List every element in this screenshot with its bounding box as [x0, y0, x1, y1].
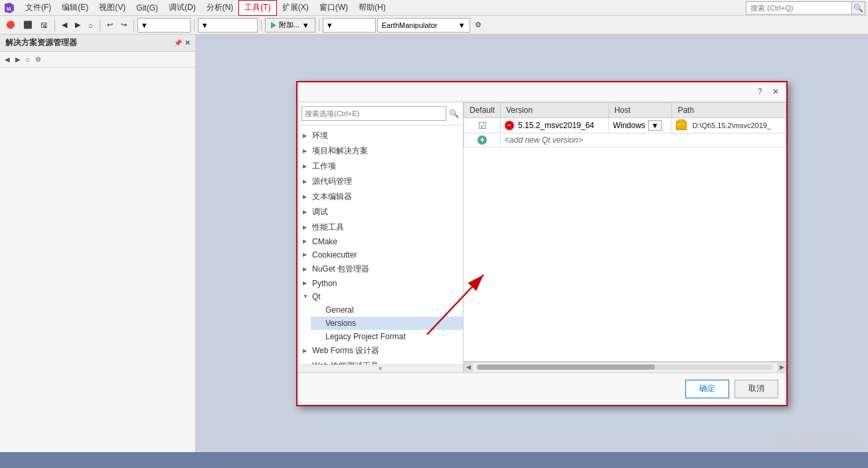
build-dropdown[interactable]: ▼: [198, 18, 258, 33]
default-checkbox[interactable]: ☑: [478, 120, 487, 131]
toolbar-btn-5[interactable]: ▶: [72, 17, 84, 33]
add-icon: +: [477, 135, 487, 145]
col-host: Host: [608, 102, 671, 117]
host-label: Windows: [613, 121, 646, 130]
col-default: Default: [464, 102, 501, 117]
error-icon: −: [505, 121, 514, 130]
tree-item-workitem[interactable]: ▶ 工作项: [298, 159, 463, 174]
dialog-search-input[interactable]: [302, 106, 446, 121]
toolbar-sep-1: [54, 19, 55, 31]
menu-view[interactable]: 视图(V): [94, 0, 131, 16]
qt-version-row[interactable]: ☑ − 5.15.2_msvc2019_64: [464, 117, 786, 133]
main-area: 解决方案资源管理器 📌 ✕ ◀ ▶ ⌂ ⚙ ? ✕: [0, 35, 868, 452]
tree-label-python: Python: [312, 279, 337, 288]
tree-item-webforms[interactable]: ▶ Web Forms 设计器: [298, 343, 463, 358]
options-dialog: ? ✕ 🔍 ▶: [296, 81, 788, 406]
project-dropdown[interactable]: EarthManipulator ▼: [377, 18, 470, 33]
run-dropdown-icon: ▼: [302, 21, 309, 29]
menu-edit[interactable]: 编辑(E): [56, 0, 94, 16]
toolbar-btn-6[interactable]: ⌂: [85, 17, 96, 33]
menu-bar: M 文件(F) 编辑(E) 视图(V) Git(G) 调试(D) 分析(N) 工…: [0, 0, 868, 16]
dialog-help-button[interactable]: ?: [754, 86, 765, 97]
add-qt-version-row[interactable]: + <add new Qt version>: [464, 133, 786, 147]
dialog-left-panel: 🔍 ▶ 环境 ▶ 项目和解决方案: [298, 102, 464, 372]
tree-item-env[interactable]: ▶ 环境: [298, 128, 463, 143]
run-triangle-icon: [271, 22, 276, 29]
tree-arrow-perf: ▶: [303, 224, 309, 230]
dialog-tree[interactable]: ▶ 环境 ▶ 项目和解决方案 ▶ 工作项: [298, 125, 463, 364]
host-cell: Windows ▼: [608, 117, 671, 133]
sidebar-settings-btn[interactable]: ⚙: [33, 55, 43, 64]
scroll-track[interactable]: [477, 364, 773, 370]
add-label-cell[interactable]: <add new Qt version>: [501, 133, 786, 147]
folder-icon: [676, 121, 687, 130]
config-dropdown[interactable]: ▼: [137, 18, 191, 33]
platform-dropdown[interactable]: ▼: [323, 18, 376, 33]
menu-extend[interactable]: 扩展(X): [277, 0, 314, 16]
tree-arrow-versions: [316, 320, 323, 326]
tree-item-general[interactable]: General: [311, 303, 463, 317]
tree-item-cmake[interactable]: ▶ CMake: [298, 235, 463, 248]
tree-arrow-python: ▶: [303, 280, 309, 286]
sidebar-forward-btn[interactable]: ▶: [13, 55, 23, 64]
toolbar-sep-6: [319, 19, 319, 31]
sidebar-pin-icon[interactable]: 📌: [174, 39, 182, 46]
ok-button[interactable]: 确定: [685, 380, 729, 398]
host-dropdown[interactable]: ▼: [648, 120, 662, 131]
menu-debug[interactable]: 调试(D): [163, 0, 201, 16]
project-dropdown-icon: ▼: [458, 21, 466, 29]
tree-label-source: 源代码管理: [312, 176, 352, 187]
tree-item-nuget[interactable]: ▶ NuGet 包管理器: [298, 262, 463, 277]
toolbar-btn-8[interactable]: ↪: [118, 17, 130, 33]
tree-item-legacy[interactable]: Legacy Project Format: [311, 330, 463, 343]
menu-git[interactable]: Git(G): [131, 0, 163, 16]
global-search-input[interactable]: [746, 1, 852, 15]
menu-help[interactable]: 帮助(H): [353, 0, 391, 16]
tree-item-python[interactable]: ▶ Python: [298, 277, 463, 290]
scroll-thumb[interactable]: [477, 364, 655, 370]
tree-label-webforms: Web Forms 设计器: [312, 345, 379, 356]
vs-logo: M: [3, 1, 16, 15]
svg-text:M: M: [7, 6, 11, 12]
menu-file[interactable]: 文件(F): [20, 0, 56, 16]
toolbar-btn-3[interactable]: 🖫: [37, 17, 51, 33]
tree-item-source[interactable]: ▶ 源代码管理: [298, 174, 463, 189]
menu-window[interactable]: 窗口(W): [314, 0, 353, 16]
sidebar-home-btn[interactable]: ⌂: [24, 55, 32, 64]
tree-item-cookie[interactable]: ▶ Cookiecutter: [298, 248, 463, 262]
sidebar-back-btn[interactable]: ◀: [3, 55, 12, 64]
tree-item-qt[interactable]: ▼ Qt: [298, 290, 463, 303]
toolbar-btn-4[interactable]: ◀: [58, 17, 70, 33]
tree-item-project[interactable]: ▶ 项目和解决方案: [298, 143, 463, 159]
run-button[interactable]: 附加... ▼: [265, 18, 315, 33]
tree-item-texteditor[interactable]: ▶ 文本编辑器: [298, 189, 463, 204]
sidebar-title: 解决方案资源管理器: [5, 37, 77, 48]
tree-arrow-project: ▶: [303, 148, 309, 154]
menu-analyze[interactable]: 分析(N): [201, 0, 239, 16]
toolbar-btn-7[interactable]: ↩: [104, 17, 116, 33]
scroll-left-btn[interactable]: ◀: [464, 362, 473, 372]
dialog-close-button[interactable]: ✕: [770, 86, 781, 97]
cancel-button[interactable]: 取消: [735, 380, 778, 398]
default-checkbox-cell[interactable]: ☑: [464, 117, 501, 133]
toolbar-btn-1[interactable]: 🔴: [3, 17, 19, 33]
toolbar-btn-extra[interactable]: ⚙: [472, 17, 485, 33]
horizontal-scrollbar[interactable]: ◀ ▶: [464, 362, 786, 372]
tree-label-debug: 调试: [312, 206, 328, 218]
tree-item-webperf[interactable]: ▶ Web 性能测试工具: [298, 358, 463, 364]
tree-item-perf[interactable]: ▶ 性能工具: [298, 220, 463, 235]
menu-tools[interactable]: 工具(T): [238, 0, 276, 16]
sidebar: 解决方案资源管理器 📌 ✕ ◀ ▶ ⌂ ⚙: [0, 35, 196, 452]
tree-item-debug[interactable]: ▶ 调试: [298, 204, 463, 220]
tree-arrow-cmake: ▶: [303, 238, 309, 244]
toolbar-btn-2[interactable]: ⬛: [20, 17, 36, 33]
tree-label-qt: Qt: [312, 292, 321, 301]
scroll-right-btn[interactable]: ▶: [777, 362, 786, 372]
main-toolbar: 🔴 ⬛ 🖫 ◀ ▶ ⌂ ↩ ↪ ▼ ▼ 附加... ▼ ▼ EarthManip…: [0, 16, 868, 35]
global-search-button[interactable]: 🔍: [852, 1, 865, 15]
sidebar-close-icon[interactable]: ✕: [185, 39, 190, 46]
tree-item-versions[interactable]: Versions: [311, 317, 463, 330]
tree-arrow-debug: ▶: [303, 209, 309, 215]
tree-scroll-down[interactable]: ▼: [298, 364, 463, 372]
path-cell[interactable]: D:\Qt\5.15.2\msvc2019_: [672, 117, 786, 133]
